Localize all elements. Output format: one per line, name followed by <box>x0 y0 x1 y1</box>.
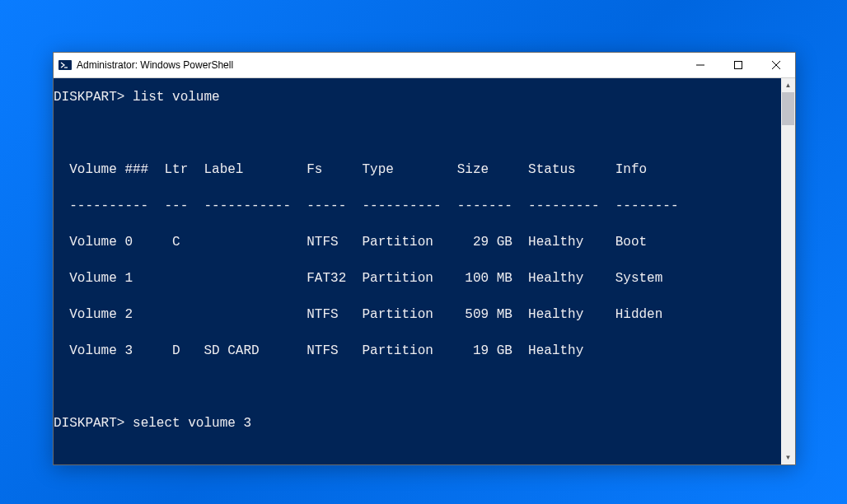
table-row: Volume 3 D SD CARD NTFS Partition 19 GB … <box>54 342 773 360</box>
powershell-window: Administrator: Windows PowerShell DISKPA… <box>53 52 796 465</box>
window-title: Administrator: Windows PowerShell <box>77 59 681 71</box>
window-controls <box>681 53 795 77</box>
cmd-select-volume: select volume 3 <box>133 416 251 431</box>
table-header: Volume ### Ltr Label Fs Type Size Status… <box>54 161 773 179</box>
prompt: DISKPART> <box>54 90 124 105</box>
cmd-list-volume: list volume <box>133 90 220 105</box>
terminal[interactable]: DISKPART> list volume Volume ### Ltr Lab… <box>54 78 781 464</box>
table-row: Volume 1 FAT32 Partition 100 MB Healthy … <box>54 269 773 287</box>
close-button[interactable] <box>757 53 795 77</box>
cmd-line-1: DISKPART> list volume <box>54 88 773 106</box>
scrollbar-thumb[interactable] <box>782 92 794 125</box>
powershell-icon <box>58 58 72 72</box>
table-row: Volume 0 C NTFS Partition 29 GB Healthy … <box>54 233 773 251</box>
table-row: Volume 2 NTFS Partition 509 MB Healthy H… <box>54 306 773 324</box>
cmd-line-2: DISKPART> select volume 3 <box>54 414 773 432</box>
scroll-down-icon[interactable]: ▼ <box>781 450 795 464</box>
vertical-scrollbar[interactable]: ▲ ▼ <box>781 78 795 464</box>
blank <box>54 124 773 142</box>
table-divider: ---------- --- ----------- ----- -------… <box>54 197 773 215</box>
client-area: DISKPART> list volume Volume ### Ltr Lab… <box>54 78 795 464</box>
blank <box>54 450 773 464</box>
blank <box>54 378 773 396</box>
scroll-up-icon[interactable]: ▲ <box>781 78 795 92</box>
titlebar[interactable]: Administrator: Windows PowerShell <box>54 53 795 78</box>
maximize-button[interactable] <box>719 53 757 77</box>
prompt: DISKPART> <box>54 416 124 431</box>
minimize-button[interactable] <box>681 53 719 77</box>
svg-rect-3 <box>735 62 742 69</box>
